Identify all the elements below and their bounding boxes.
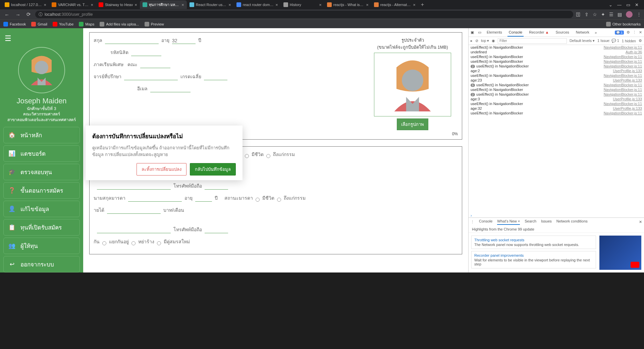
cast-icon[interactable]: ⌄ — [609, 2, 612, 7]
source-link[interactable]: NavigationBlocker.js:11 — [604, 102, 642, 106]
tab-close-icon[interactable]: × — [91, 2, 93, 7]
sidebar-toggle-icon[interactable]: ▸ — [471, 39, 473, 43]
bookmark-item[interactable]: Facebook — [3, 22, 26, 27]
menu-icon[interactable]: ⋮ — [637, 12, 641, 17]
browser-tab[interactable]: react router dom v6× — [234, 0, 281, 9]
console-settings-icon[interactable]: ⚙ — [639, 39, 642, 43]
close-icon[interactable]: × — [518, 219, 520, 223]
extensions-icon[interactable]: ✦ — [601, 12, 605, 17]
source-link[interactable]: UserProfile.js:133 — [613, 106, 642, 110]
source-link[interactable]: UserProfile.js:133 — [613, 69, 642, 73]
discard-button[interactable]: ละทิ้งการเปลี่ยนแปลง — [137, 163, 186, 176]
share-icon[interactable]: ⇪ — [585, 12, 589, 17]
url-input[interactable]: ⓘ localhost:3000/user_profile — [35, 11, 573, 18]
browser-tab[interactable]: Stairway to Heav× — [96, 0, 140, 9]
maximize-icon[interactable]: ▭ — [626, 2, 630, 7]
devtools-tab[interactable]: Sources — [554, 29, 570, 37]
bookmark-item[interactable]: YouTube — [53, 22, 73, 27]
whats-new-card[interactable]: Recorder panel improvementsWait for elem… — [471, 251, 596, 268]
minimize-icon[interactable]: — — [617, 2, 622, 7]
close-window-icon[interactable]: ✕ — [635, 2, 639, 7]
whats-new-card[interactable]: Throttling web socket requestsThe Networ… — [471, 236, 596, 249]
new-tab-button[interactable]: + — [418, 2, 427, 8]
back-to-save-button[interactable]: กลับไปบันทึกข้อมูล — [190, 163, 236, 176]
source-link[interactable]: NavigationBlocker.js:11 — [604, 111, 642, 115]
error-badge[interactable]: 💬 1 — [615, 31, 624, 35]
devtools-menu-icon[interactable]: ⋮ — [633, 30, 636, 35]
drawer-menu-icon[interactable]: ⋮ — [471, 220, 474, 224]
tab-close-icon[interactable]: × — [319, 2, 322, 7]
tab-close-icon[interactable]: × — [366, 2, 369, 7]
drawer-tab[interactable]: Network conditions — [556, 219, 588, 225]
source-link[interactable]: UserProfile.js:133 — [613, 78, 642, 82]
source-link[interactable]: NavigationBlocker.js:11 — [604, 88, 642, 92]
browser-tab[interactable]: History× — [281, 0, 324, 9]
forward-icon[interactable]: → — [14, 11, 22, 18]
console-row: 2useEffect() in NavigationBlockerNavigat… — [469, 92, 644, 97]
bookmark-icon — [145, 22, 149, 27]
settings-icon[interactable]: ⚙ — [627, 30, 630, 35]
source-link[interactable]: NavigationBlocker.js:11 — [604, 59, 642, 63]
other-bookmarks[interactable]: Other bookmarks — [606, 22, 641, 27]
whats-new-thumbnail[interactable] — [599, 236, 641, 270]
tab-close-icon[interactable]: × — [44, 2, 46, 7]
source-link[interactable]: NavigationBlocker.js:11 — [604, 92, 642, 96]
source-link[interactable]: UserProfile.js:133 — [613, 97, 642, 101]
star-icon[interactable]: ☆ — [593, 12, 597, 17]
source-link[interactable]: NavigationBlocker.js:11 — [604, 55, 642, 59]
key-icon[interactable]: ⚿ — [576, 12, 581, 17]
bookmark-item[interactable]: Preview — [145, 22, 164, 27]
devtools-drawer: ⋮ ConsoleWhat's New ×SearchIssuesNetwork… — [469, 217, 644, 272]
bookmark-item[interactable]: Maps — [79, 22, 94, 27]
reading-list-icon[interactable]: ☰ — [609, 12, 613, 17]
bookmark-icon — [79, 22, 84, 27]
site-info-icon[interactable]: ⓘ — [39, 12, 43, 17]
drawer-tab[interactable]: Search — [525, 219, 536, 225]
console-prompt[interactable]: › — [469, 213, 644, 217]
tab-close-icon[interactable]: × — [275, 2, 278, 7]
inspect-icon[interactable]: ▣ — [471, 30, 474, 35]
browser-tab[interactable]: localhost / 127.0.0.1× — [2, 0, 49, 9]
context-selector[interactable]: top ▾ — [481, 39, 489, 43]
drawer-tab[interactable]: Issues — [541, 219, 552, 225]
back-icon[interactable]: ← — [3, 11, 11, 18]
tab-close-icon[interactable]: × — [181, 2, 184, 7]
bookmark-icon — [53, 22, 57, 27]
drawer-tab[interactable]: Console — [479, 219, 492, 225]
eye-icon[interactable]: ◉ — [492, 39, 495, 43]
devtools-close-icon[interactable]: ✕ — [639, 30, 642, 35]
tab-close-icon[interactable]: × — [228, 2, 231, 7]
source-link[interactable]: NavigationBlocker.js:11 — [604, 64, 642, 68]
device-icon[interactable]: ▭ — [478, 30, 481, 35]
browser-tab[interactable]: reactjs - What is the× — [324, 0, 371, 9]
tab-close-icon[interactable]: × — [413, 2, 416, 7]
profile-avatar-icon[interactable] — [626, 11, 633, 18]
tab-favicon-icon — [143, 2, 147, 7]
browser-tab[interactable]: React Router useLoc× — [187, 0, 234, 9]
source-link[interactable]: Auth.js:36 — [626, 50, 642, 54]
more-tabs-icon[interactable]: » — [595, 31, 597, 35]
source-link[interactable]: NavigationBlocker.js:11 — [604, 83, 642, 87]
browser-tab[interactable]: VARCHAR vs. TEXT C× — [49, 0, 96, 9]
devtools-tab[interactable]: Recorder ▲ — [528, 29, 550, 37]
drawer-tab[interactable]: What's New × — [497, 219, 520, 225]
browser-tab[interactable]: ทุนการศึกษา มหาวิทยา× — [140, 0, 187, 9]
console-row: 6useEffect() in NavigationBlockerNavigat… — [469, 83, 644, 87]
devtools-tab[interactable]: Console — [507, 29, 524, 37]
drawer-close-icon[interactable]: ✕ — [639, 220, 642, 224]
source-link[interactable]: NavigationBlocker.js:11 — [604, 45, 642, 49]
source-link[interactable]: NavigationBlocker.js:11 — [604, 73, 642, 78]
side-panel-icon[interactable]: ▤ — [618, 12, 622, 17]
tab-close-icon[interactable]: × — [135, 2, 137, 7]
devtools-tab[interactable]: Network — [575, 29, 591, 37]
bookmark-item[interactable]: Gmail — [31, 22, 47, 27]
reload-icon[interactable]: ⟳ — [25, 11, 33, 18]
clear-console-icon[interactable]: ⊘ — [475, 39, 478, 43]
whats-new-heading: Highlights from the Chrome 99 update — [469, 226, 644, 233]
issues-link[interactable]: 1 Issue: 💬 1 — [597, 39, 619, 43]
levels-selector[interactable]: Default levels ▾ — [570, 39, 595, 43]
bookmark-item[interactable]: Add files via uploa... — [100, 22, 139, 27]
browser-tab[interactable]: reactjs - Alternative× — [371, 0, 418, 9]
console-filter-input[interactable] — [498, 38, 567, 44]
devtools-tab[interactable]: Elements — [485, 29, 503, 37]
